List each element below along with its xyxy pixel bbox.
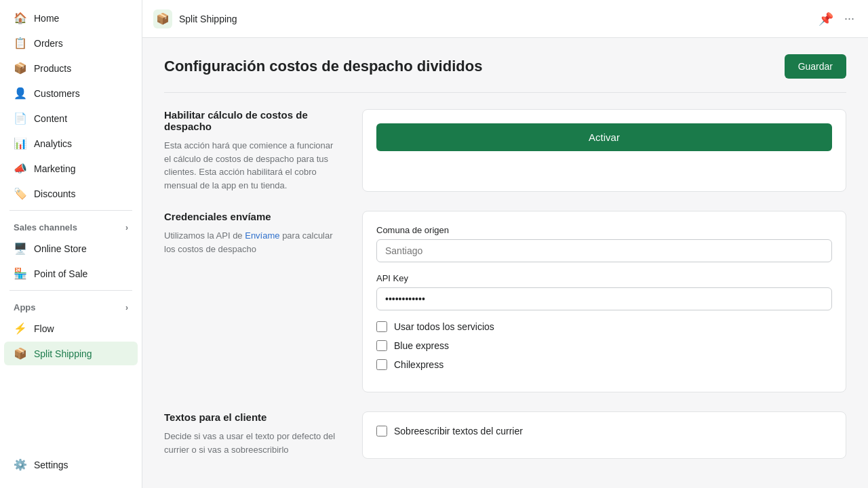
sidebar-spacer	[0, 366, 142, 447]
checkbox-blue-express: Blue express	[376, 340, 832, 351]
sidebar-bottom: ⚙️ Settings	[0, 447, 142, 483]
sidebar-item-split-shipping[interactable]: 📦 Split Shipping	[4, 342, 138, 365]
texts-section-left: Textos para el cliente Decide si vas a u…	[164, 411, 340, 459]
sobreescribir-checkbox[interactable]	[376, 426, 387, 436]
point-of-sale-icon: 🏪	[14, 267, 27, 280]
sidebar-item-settings[interactable]: ⚙️ Settings	[4, 453, 138, 476]
home-icon: 🏠	[14, 12, 27, 24]
topbar-actions: 📌 ···	[816, 9, 857, 29]
texts-heading: Textos para el cliente	[164, 411, 340, 423]
sidebar-item-discounts[interactable]: 🏷️ Discounts	[4, 182, 138, 205]
apps-header[interactable]: Apps ›	[4, 296, 138, 315]
checkbox-todos: Usar todos los servicios	[376, 321, 832, 332]
sidebar-item-content[interactable]: 📄 Content	[4, 106, 138, 130]
comuna-label: Comuna de origen	[376, 225, 832, 235]
credentials-section-left: Credenciales envíame Utilizamos la API d…	[164, 211, 340, 392]
apikey-input[interactable]	[376, 287, 832, 310]
sobreescribir-label: Sobreescribir textos del currier	[394, 426, 523, 436]
sales-channels-header[interactable]: Sales channels ›	[4, 216, 138, 235]
comuna-input[interactable]	[376, 239, 832, 262]
texts-section: Textos para el cliente Decide si vas a u…	[164, 411, 846, 459]
online-store-icon: 🖥️	[14, 242, 27, 255]
sidebar-item-products[interactable]: 📦 Products	[4, 56, 138, 80]
sidebar-item-analytics[interactable]: 📊 Analytics	[4, 131, 138, 155]
chevron-right-icon-2: ›	[125, 303, 128, 312]
page-header: Configuración costos de despacho dividid…	[164, 54, 846, 79]
blue-express-label: Blue express	[394, 340, 449, 351]
checkbox-chilexpress: Chilexpress	[376, 359, 832, 370]
page-divider	[164, 92, 846, 93]
activate-button[interactable]: Activar	[376, 123, 832, 151]
sidebar-item-customers[interactable]: 👤 Customers	[4, 81, 138, 105]
settings-icon: ⚙️	[14, 458, 27, 471]
enable-section: Habilitar cálculo de costos de despacho …	[164, 109, 846, 192]
analytics-icon: 📊	[14, 137, 27, 150]
chilexpress-checkbox[interactable]	[376, 359, 387, 370]
sidebar-item-flow[interactable]: ⚡ Flow	[4, 317, 138, 340]
customers-icon: 👤	[14, 87, 27, 100]
apikey-label: API Key	[376, 273, 832, 283]
chilexpress-label: Chilexpress	[394, 359, 443, 370]
sidebar-divider-1	[9, 210, 132, 211]
sidebar-item-home[interactable]: 🏠 Home	[4, 6, 138, 30]
texts-description: Decide si vas a usar el texto por defect…	[164, 430, 340, 456]
sidebar-item-online-store[interactable]: 🖥️ Online Store	[4, 237, 138, 260]
topbar: 📦 Split Shipping 📌 ···	[142, 0, 868, 38]
enviame-link[interactable]: Envíame	[245, 230, 279, 241]
checkbox-sobreescribir: Sobreescribir textos del currier	[376, 426, 832, 436]
split-shipping-icon: 📦	[14, 347, 27, 360]
page-content: Configuración costos de despacho dividid…	[142, 38, 868, 488]
blue-express-checkbox[interactable]	[376, 340, 387, 351]
products-icon: 📦	[14, 62, 27, 75]
texts-section-right: Sobreescribir textos del currier	[362, 411, 846, 459]
save-button[interactable]: Guardar	[785, 54, 846, 79]
flow-icon: ⚡	[14, 322, 27, 335]
sidebar-item-orders[interactable]: 📋 Orders	[4, 31, 138, 55]
credentials-section: Credenciales envíame Utilizamos la API d…	[164, 211, 846, 392]
app-icon: 📦	[153, 9, 172, 28]
enable-section-left: Habilitar cálculo de costos de despacho …	[164, 109, 340, 192]
sidebar: 🏠 Home 📋 Orders 📦 Products 👤 Customers 📄…	[0, 0, 142, 488]
sidebar-item-point-of-sale[interactable]: 🏪 Point of Sale	[4, 262, 138, 285]
page-title: Configuración costos de despacho dividid…	[164, 58, 482, 75]
enable-description: Esta acción hará que comience a funciona…	[164, 139, 340, 192]
chevron-right-icon: ›	[125, 223, 128, 232]
marketing-icon: 📣	[14, 162, 27, 175]
main-area: 📦 Split Shipping 📌 ··· Configuración cos…	[142, 0, 868, 488]
todos-label: Usar todos los servicios	[394, 321, 494, 332]
pin-button[interactable]: 📌	[816, 9, 836, 29]
orders-icon: 📋	[14, 37, 27, 49]
credentials-section-right: Comuna de origen API Key Usar todos los …	[362, 211, 846, 392]
todos-checkbox[interactable]	[376, 321, 387, 332]
content-icon: 📄	[14, 112, 27, 125]
more-button[interactable]: ···	[842, 9, 857, 28]
enable-heading: Habilitar cálculo de costos de despacho	[164, 109, 340, 132]
discounts-icon: 🏷️	[14, 187, 27, 200]
enable-section-right: Activar	[362, 109, 846, 192]
topbar-title: Split Shipping	[179, 14, 237, 24]
sidebar-item-marketing[interactable]: 📣 Marketing	[4, 157, 138, 180]
sidebar-divider-2	[9, 290, 132, 291]
credentials-description: Utilizamos la API de Envíame para calcul…	[164, 229, 340, 256]
credentials-heading: Credenciales envíame	[164, 211, 340, 222]
